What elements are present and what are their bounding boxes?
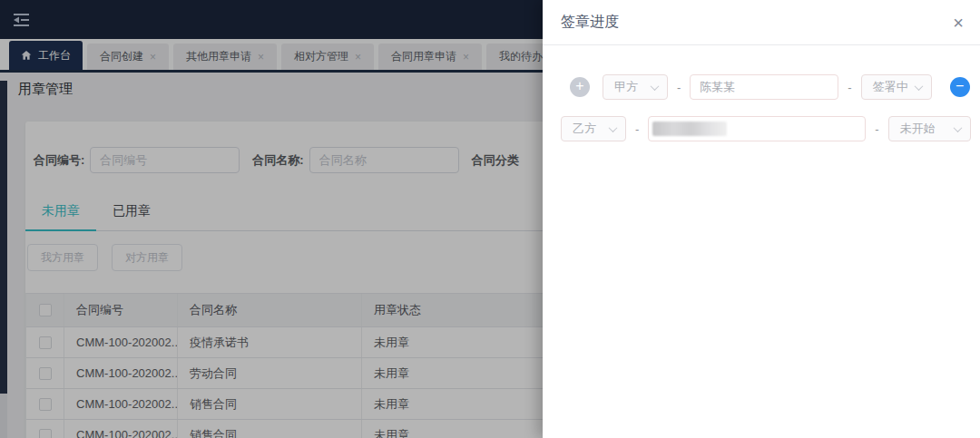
drawer-header: 签章进度 × — [543, 0, 980, 45]
sign-status-select[interactable]: 未开始 — [888, 116, 971, 141]
chevron-down-icon — [953, 123, 962, 132]
app-window: 工作台 合同创建 × 其他用章申请 × 相对方管理 × 合同用章申请 × 我的待… — [0, 0, 980, 438]
party-select-value: 甲方 — [614, 79, 638, 95]
sign-status-select[interactable]: 签署中 — [861, 74, 932, 100]
signer-name-input-redacted[interactable] — [648, 116, 866, 141]
chevron-down-icon — [651, 82, 660, 91]
party-select[interactable]: 甲方 — [603, 74, 668, 100]
sign-status-value: 未开始 — [900, 121, 936, 137]
signature-progress-drawer: 签章进度 × + 甲方 - - 签署中 − — [543, 0, 980, 438]
separator: - — [848, 81, 851, 94]
close-icon[interactable]: × — [953, 14, 964, 32]
sign-progress-row-party-a: + 甲方 - - 签署中 − — [561, 74, 962, 100]
signer-name-input[interactable] — [690, 74, 838, 100]
separator: - — [875, 122, 878, 136]
chevron-down-icon — [609, 123, 618, 132]
remove-row-button[interactable]: − — [950, 77, 970, 97]
drawer-title: 签章进度 — [561, 13, 619, 32]
add-row-button[interactable]: + — [570, 77, 590, 97]
redacted-text-blur — [652, 122, 727, 136]
party-select[interactable]: 乙方 — [561, 116, 626, 141]
party-select-value: 乙方 — [573, 121, 596, 137]
drawer-body: + 甲方 - - 签署中 − 乙方 - — [543, 45, 980, 141]
sign-status-value: 签署中 — [873, 79, 908, 95]
separator: - — [677, 81, 681, 94]
separator: - — [635, 122, 639, 136]
sign-progress-row-party-b: 乙方 - - 未开始 — [561, 116, 962, 141]
chevron-down-icon — [914, 82, 923, 91]
drawer-mask[interactable] — [0, 0, 543, 438]
